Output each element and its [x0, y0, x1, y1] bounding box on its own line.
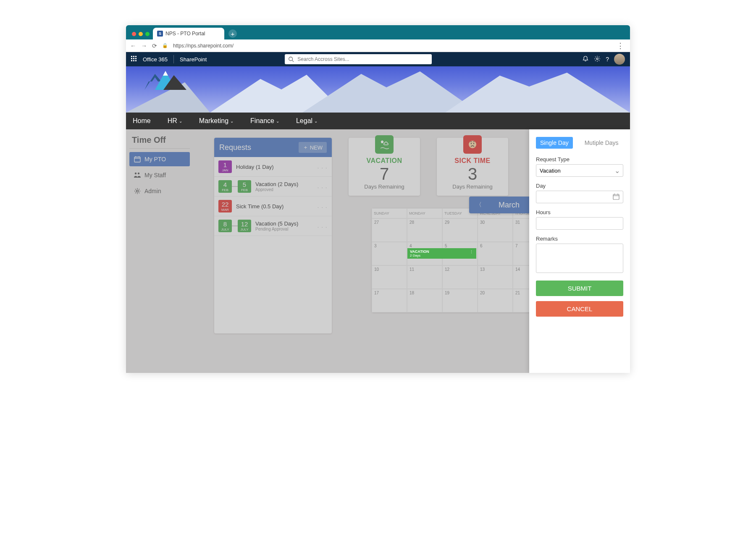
chevron-down-icon: ⌄ [276, 119, 279, 123]
help-icon[interactable]: ? [606, 56, 609, 63]
sidebar-item-admin[interactable]: Admin [129, 184, 190, 198]
calendar-cell[interactable]: 6 [478, 242, 513, 265]
remarks-input[interactable] [536, 244, 623, 273]
svg-rect-20 [134, 157, 140, 162]
calendar-icon [134, 155, 141, 163]
request-title: Vacation (2 Days) [255, 181, 313, 187]
calendar-cell[interactable]: 20 [478, 289, 513, 312]
request-more-button[interactable]: . . . [318, 204, 328, 209]
nav-legal[interactable]: Legal⌄ [296, 117, 318, 125]
minimize-window-button[interactable] [139, 32, 143, 36]
search-icon [288, 56, 294, 62]
search-input[interactable] [297, 56, 428, 62]
hours-input[interactable] [536, 217, 623, 230]
calendar-cell[interactable]: 27 [372, 218, 407, 242]
notifications-icon[interactable] [582, 55, 589, 63]
requests-panel: Requests ＋ NEW 1JANHoliday (1 Day). . .4… [214, 138, 332, 333]
nav-finance[interactable]: Finance⌄ [250, 117, 279, 125]
browser-tab[interactable]: S NPS - PTO Portal [153, 28, 224, 39]
remarks-label: Remarks [536, 236, 623, 242]
vacation-value: 7 [353, 165, 416, 184]
request-item[interactable]: 22MARSick Time (0.5 Day). . . [214, 197, 332, 216]
browser-tabbar: S NPS - PTO Portal + [126, 25, 630, 39]
request-more-button[interactable]: . . . [318, 184, 328, 189]
request-item[interactable]: 8JULY12JULYVacation (5 Days)Pending Appr… [214, 216, 332, 236]
calendar-cell[interactable]: 18 [407, 289, 442, 312]
request-more-button[interactable]: . . . [318, 165, 328, 169]
sidebar-item-label: Admin [144, 188, 161, 194]
request-status: Pending Approval [255, 227, 313, 231]
nav-hr[interactable]: HR⌄ [168, 117, 182, 125]
sidebar-item-my-staff[interactable]: My Staff [129, 168, 190, 182]
calendar-event[interactable]: VACATION2 Days⋮ [407, 248, 476, 259]
sharepoint-brand[interactable]: SharePoint [180, 56, 207, 63]
forward-button[interactable]: → [141, 42, 147, 49]
svg-marker-13 [302, 71, 479, 113]
svg-rect-7 [133, 60, 134, 61]
new-tab-button[interactable]: + [228, 29, 237, 38]
search-box[interactable] [285, 54, 432, 64]
tab-single-day[interactable]: Single Day [536, 137, 573, 149]
date-badge: 1JAN [218, 160, 232, 173]
calendar-prev-button[interactable]: 〈 [476, 201, 482, 209]
calendar-cell[interactable]: 29 [442, 218, 478, 242]
calendar-cell[interactable]: 30 [478, 218, 513, 242]
svg-point-9 [289, 57, 293, 61]
day-input[interactable] [536, 191, 623, 203]
new-request-button[interactable]: ＋ NEW [299, 142, 327, 153]
request-more-button[interactable]: . . . [318, 224, 328, 228]
back-button[interactable]: ← [130, 42, 136, 49]
cancel-button[interactable]: CANCEL [536, 301, 623, 317]
request-type-select[interactable]: Vacation ⌄ [536, 164, 623, 177]
calendar-picker-icon[interactable] [613, 193, 620, 201]
app-launcher-icon[interactable] [131, 56, 137, 63]
calendar-cell[interactable]: 3 [372, 242, 407, 265]
calendar-day-header: MONDAY [407, 208, 442, 218]
calendar-cell[interactable]: 19 [442, 289, 478, 312]
o365-brand[interactable]: Office 365 [143, 56, 168, 63]
request-item[interactable]: 1JANHoliday (1 Day). . . [214, 157, 332, 177]
svg-point-25 [138, 173, 139, 174]
svg-rect-0 [131, 56, 132, 57]
logo-title: New Peak Solutions [134, 112, 197, 113]
nav-marketing[interactable]: Marketing⌄ [199, 117, 234, 125]
svg-point-24 [135, 173, 136, 174]
settings-icon[interactable] [594, 55, 601, 63]
sick-label: SICK TIME [441, 157, 504, 165]
calendar-cell[interactable]: 11 [407, 265, 442, 289]
vacation-stat-card: VACATION 7 Days Remaining [349, 138, 420, 196]
site-banner: New Peak Solutions Aim Higher [126, 66, 630, 113]
avatar[interactable] [614, 54, 625, 65]
close-window-button[interactable] [132, 32, 136, 36]
calendar-cell[interactable]: 12 [442, 265, 478, 289]
browser-menu-button[interactable]: ⋮ [617, 41, 626, 50]
browser-window: S NPS - PTO Portal + ← → ⟳ 🔒 https://nps… [126, 25, 630, 373]
tab-multiple-days[interactable]: Mutiple Days [580, 137, 623, 149]
vacation-icon [375, 135, 394, 154]
request-title: Vacation (5 Days) [255, 220, 313, 227]
svg-point-30 [473, 143, 474, 144]
calendar-cell[interactable]: 10 [372, 265, 407, 289]
maximize-window-button[interactable] [145, 32, 150, 36]
chevron-down-icon: ⌄ [179, 119, 182, 123]
sidebar-title: Time Off [129, 134, 190, 149]
sidebar: Time Off My PTO My Staff Admin [126, 129, 193, 346]
calendar-cell[interactable]: 17 [372, 289, 407, 312]
requests-header: Requests ＋ NEW [214, 138, 332, 157]
nav-home[interactable]: Home [133, 117, 151, 125]
hours-label: Hours [536, 209, 623, 215]
request-item[interactable]: 4FEB5FEBVacation (2 Days)Approved. . . [214, 177, 332, 197]
submit-button[interactable]: SUBMIT [536, 281, 623, 296]
sick-icon [463, 135, 482, 154]
reload-button[interactable]: ⟳ [152, 42, 157, 49]
calendar-cell[interactable]: 13 [478, 265, 513, 289]
svg-point-29 [471, 143, 472, 144]
url-text[interactable]: https://nps.sharepoint.com/ [173, 43, 612, 49]
date-badge: 22MAR [218, 200, 232, 212]
sick-value: 3 [441, 165, 504, 184]
separator [173, 55, 174, 63]
calendar-cell[interactable]: 28 [407, 218, 442, 242]
svg-point-26 [136, 190, 139, 192]
sidebar-item-my-pto[interactable]: My PTO [129, 152, 190, 166]
calendar-cell[interactable]: 4VACATION2 Days⋮ [407, 242, 442, 265]
